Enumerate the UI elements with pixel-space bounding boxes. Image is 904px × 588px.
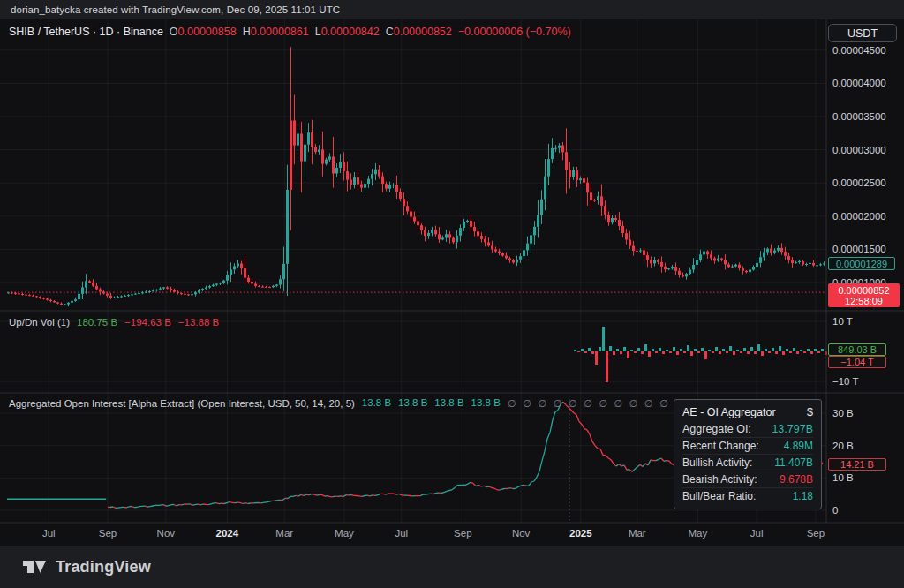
- oi-value: 13.8 B: [471, 397, 501, 410]
- oi-indicator-values: 13.8 B13.8 B13.8 B13.8 B∅ ∅ ∅ ∅ ∅ ∅ ∅ ∅ …: [362, 397, 701, 410]
- ohlc-item: C0.00000852: [386, 26, 452, 38]
- tooltip-title-row: AE - OI Aggregator $: [682, 403, 813, 420]
- oi-pane-legend: Aggregated Open Interest [Alpha Extract]…: [9, 397, 700, 410]
- price-change: −0.00000006 (−0.70%): [458, 26, 571, 38]
- oi-last-value-badge: 14.21 B: [828, 458, 886, 471]
- tooltip-currency-symbol: $: [807, 406, 813, 418]
- ohlc-item: L0.00000842: [315, 26, 380, 38]
- tooltip-row: Bull/Bear Ratio:1.18: [682, 487, 813, 504]
- time-axis-label: 2025: [569, 528, 592, 539]
- attribution-text: dorian_batycka created with TradingView.…: [11, 4, 340, 15]
- oi-value: 13.8 B: [362, 397, 391, 410]
- ohlc-values: O0.00000858H0.00000861L0.00000842C0.0000…: [170, 26, 452, 38]
- tooltip-row: Bearish Activity:9.678B: [682, 471, 813, 487]
- time-axis-label: Nov: [512, 528, 530, 539]
- tradingview-logo-icon[interactable]: [23, 558, 47, 576]
- volume-pane-legend: Up/Dn Vol (1) 180.75 B−194.63 B−13.88 B: [9, 317, 219, 328]
- oi-value: 13.8 B: [398, 397, 427, 410]
- volume-value: 180.75 B: [77, 317, 117, 328]
- volume-up-badge: 849.03 B: [828, 343, 886, 356]
- last-price-badge: 0.00001289: [828, 257, 895, 270]
- volume-axis-label: −10 T: [832, 376, 859, 387]
- main-pane-legend: SHIB / TetherUS · 1D · Binance O0.000008…: [9, 26, 571, 38]
- time-axis-label: Sep: [454, 528, 471, 539]
- oi-value: 13.8 B: [434, 397, 463, 410]
- price-axis-label: 0.00003000: [832, 145, 886, 155]
- volume-indicator-values: 180.75 B−194.63 B−13.88 B: [77, 317, 219, 328]
- oi-axis-label: 0: [832, 505, 838, 516]
- volume-value: −13.88 B: [178, 317, 219, 328]
- time-axis-label: 2024: [216, 528, 239, 539]
- bar-countdown-text: 12:58:09: [845, 296, 883, 306]
- volume-axis-label: 10 T: [832, 316, 853, 327]
- oi-indicator-title[interactable]: Aggregated Open Interest [Alpha Extract]…: [9, 398, 355, 409]
- oi-axis-label: 30 B: [832, 408, 854, 418]
- volume-value: −194.63 B: [124, 317, 171, 328]
- time-axis-label: Mar: [275, 528, 293, 539]
- current-price-badge: 0.00000852 12:58:09: [828, 283, 900, 307]
- oi-data-tooltip: AE - OI Aggregator $ Aggregate OI:13.797…: [674, 399, 822, 509]
- current-price-text: 0.00000852: [838, 285, 889, 296]
- volume-indicator-title[interactable]: Up/Dn Vol (1): [9, 317, 70, 328]
- tooltip-row: Bullish Activity:11.407B: [682, 454, 813, 471]
- tradingview-wordmark[interactable]: TradingView: [56, 558, 151, 577]
- volume-up-badge-text: 849.03 B: [838, 344, 877, 355]
- tradingview-snapshot: dorian_batycka created with TradingView.…: [0, 0, 904, 588]
- last-price-badge-text: 0.00001289: [836, 259, 887, 269]
- volume-down-badge-text: −1.04 T: [840, 357, 873, 367]
- ohlc-item: O0.00000858: [170, 26, 237, 38]
- time-axis-label: Mar: [629, 528, 646, 539]
- symbol-title[interactable]: SHIB / TetherUS · 1D · Binance: [9, 26, 163, 38]
- tooltip-title: AE - OI Aggregator: [682, 406, 776, 418]
- volume-down-badge: −1.04 T: [828, 356, 886, 368]
- oi-empty-values: ∅ ∅ ∅ ∅ ∅ ∅ ∅ ∅ ∅ ∅ ∅ ∅ ∅: [508, 397, 701, 410]
- ohlc-item: H0.00000861: [243, 26, 309, 38]
- price-axis-label: 0.00002500: [832, 177, 886, 188]
- time-axis-label: Jul: [750, 528, 764, 539]
- price-axis-label: 0.00003500: [832, 111, 886, 122]
- tooltip-row: Aggregate OI:13.797B: [682, 420, 813, 437]
- time-axis-label: Sep: [807, 528, 825, 539]
- price-axis-label: 0.00004000: [832, 78, 886, 88]
- attribution-bar: dorian_batycka created with TradingView.…: [0, 0, 904, 19]
- currency-toggle-button[interactable]: USDT: [828, 24, 897, 42]
- time-axis-label: Jul: [42, 528, 56, 539]
- time-axis-label: May: [335, 528, 354, 539]
- chart-plot-area[interactable]: SHIB / TetherUS · 1D · Binance O0.000008…: [0, 19, 904, 546]
- price-axis-label: 0.00001500: [832, 244, 886, 254]
- time-axis-label: Jul: [395, 528, 408, 539]
- currency-toggle-label: USDT: [848, 27, 878, 40]
- price-axis-label: 0.00002000: [832, 211, 886, 222]
- price-axis-label: 0.00004500: [832, 45, 886, 56]
- oi-axis-label: 20 B: [832, 441, 854, 451]
- oi-axis-label: 10 B: [832, 472, 854, 483]
- oi-last-value-text: 14.21 B: [840, 459, 874, 470]
- time-axis-label: May: [689, 528, 708, 539]
- time-axis-label: Nov: [157, 528, 175, 539]
- footer-bar: TradingView: [0, 546, 904, 588]
- time-axis-label: Sep: [99, 528, 117, 539]
- tooltip-row: Recent Change:4.89M: [682, 437, 813, 454]
